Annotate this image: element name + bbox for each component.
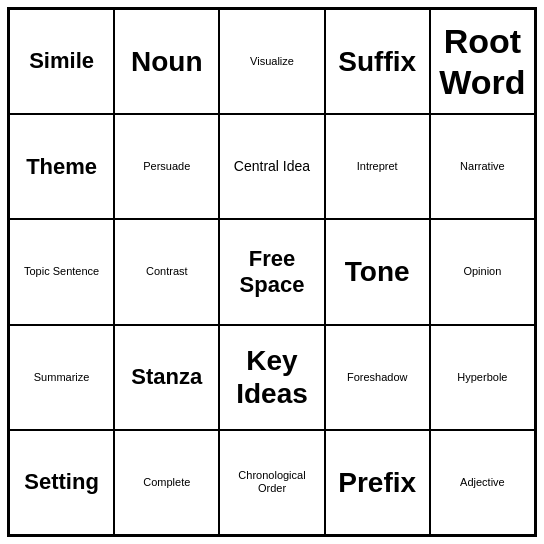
bingo-cell: Hyperbole <box>430 325 535 430</box>
bingo-cell: Contrast <box>114 219 219 324</box>
bingo-cell: Noun <box>114 9 219 114</box>
bingo-cell: Narrative <box>430 114 535 219</box>
bingo-cell: Complete <box>114 430 219 535</box>
bingo-cell: Free Space <box>219 219 324 324</box>
bingo-cell: Setting <box>9 430 114 535</box>
bingo-cell: Opinion <box>430 219 535 324</box>
bingo-cell: Suffix <box>325 9 430 114</box>
bingo-cell: Key Ideas <box>219 325 324 430</box>
bingo-cell: Topic Sentence <box>9 219 114 324</box>
bingo-cell: Foreshadow <box>325 325 430 430</box>
bingo-cell: Chronological Order <box>219 430 324 535</box>
bingo-cell: Stanza <box>114 325 219 430</box>
bingo-cell: Adjective <box>430 430 535 535</box>
bingo-cell: Root Word <box>430 9 535 114</box>
bingo-cell: Simile <box>9 9 114 114</box>
bingo-cell: Intrepret <box>325 114 430 219</box>
bingo-cell: Tone <box>325 219 430 324</box>
bingo-cell: Theme <box>9 114 114 219</box>
bingo-cell: Persuade <box>114 114 219 219</box>
bingo-board: SimileNounVisualizeSuffixRoot WordThemeP… <box>7 7 537 537</box>
bingo-cell: Central Idea <box>219 114 324 219</box>
bingo-cell: Visualize <box>219 9 324 114</box>
bingo-cell: Prefix <box>325 430 430 535</box>
bingo-cell: Summarize <box>9 325 114 430</box>
